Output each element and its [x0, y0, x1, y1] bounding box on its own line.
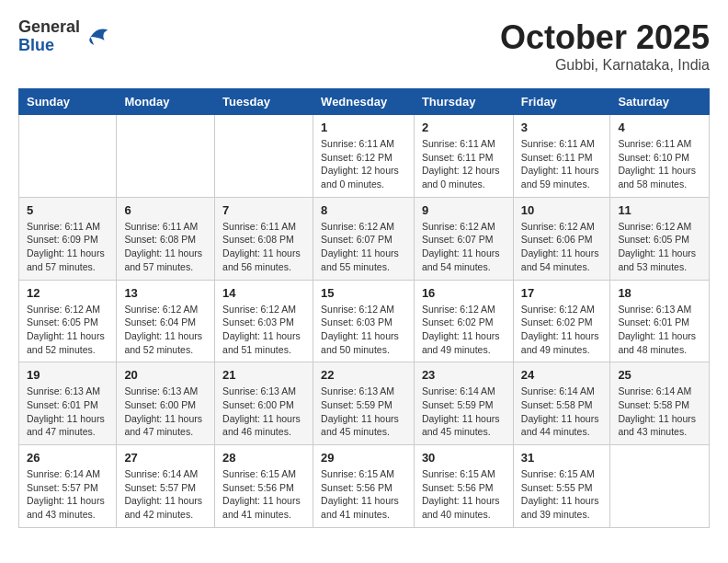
week-row-1: 1Sunrise: 6:11 AM Sunset: 6:12 PM Daylig… — [19, 115, 710, 198]
day-info: Sunrise: 6:14 AM Sunset: 5:58 PM Dayligh… — [618, 385, 701, 439]
day-number: 31 — [521, 451, 603, 465]
calendar-body: 1Sunrise: 6:11 AM Sunset: 6:12 PM Daylig… — [19, 115, 710, 528]
day-info: Sunrise: 6:12 AM Sunset: 6:02 PM Dayligh… — [422, 303, 506, 357]
day-info: Sunrise: 6:12 AM Sunset: 6:05 PM Dayligh… — [618, 220, 701, 274]
calendar-cell: 5Sunrise: 6:11 AM Sunset: 6:09 PM Daylig… — [19, 197, 117, 280]
day-number: 20 — [124, 368, 207, 382]
day-number: 29 — [321, 451, 406, 465]
day-info: Sunrise: 6:15 AM Sunset: 5:55 PM Dayligh… — [521, 467, 603, 522]
day-header-saturday: Saturday — [610, 89, 710, 115]
day-number: 17 — [521, 286, 603, 300]
day-info: Sunrise: 6:14 AM Sunset: 5:59 PM Dayligh… — [422, 385, 506, 439]
day-number: 19 — [27, 368, 108, 382]
location-subtitle: Gubbi, Karnataka, India — [500, 57, 710, 74]
calendar-cell: 10Sunrise: 6:12 AM Sunset: 6:06 PM Dayli… — [513, 197, 610, 280]
day-info: Sunrise: 6:12 AM Sunset: 6:03 PM Dayligh… — [321, 303, 406, 357]
day-header-tuesday: Tuesday — [215, 89, 313, 115]
day-info: Sunrise: 6:12 AM Sunset: 6:07 PM Dayligh… — [321, 220, 406, 274]
logo-blue-text: Blue — [18, 37, 80, 55]
day-number: 14 — [222, 286, 305, 300]
calendar-cell: 4Sunrise: 6:11 AM Sunset: 6:10 PM Daylig… — [610, 115, 710, 198]
day-number: 6 — [124, 203, 207, 217]
day-number: 23 — [422, 368, 506, 382]
day-info: Sunrise: 6:14 AM Sunset: 5:58 PM Dayligh… — [521, 385, 603, 439]
day-info: Sunrise: 6:12 AM Sunset: 6:07 PM Dayligh… — [422, 220, 506, 274]
calendar-cell: 26Sunrise: 6:14 AM Sunset: 5:57 PM Dayli… — [19, 445, 117, 528]
calendar-cell: 19Sunrise: 6:13 AM Sunset: 6:01 PM Dayli… — [19, 362, 117, 445]
day-info: Sunrise: 6:11 AM Sunset: 6:12 PM Dayligh… — [321, 137, 406, 191]
calendar-cell: 23Sunrise: 6:14 AM Sunset: 5:59 PM Dayli… — [414, 362, 513, 445]
day-number: 15 — [321, 286, 406, 300]
calendar-cell: 7Sunrise: 6:11 AM Sunset: 6:08 PM Daylig… — [215, 197, 313, 280]
page-header: General Blue October 2025 Gubbi, Karnata… — [18, 18, 710, 74]
day-info: Sunrise: 6:11 AM Sunset: 6:08 PM Dayligh… — [222, 220, 305, 274]
calendar-cell: 30Sunrise: 6:15 AM Sunset: 5:56 PM Dayli… — [414, 445, 513, 528]
day-info: Sunrise: 6:11 AM Sunset: 6:10 PM Dayligh… — [618, 137, 701, 191]
calendar-cell — [19, 115, 117, 198]
day-info: Sunrise: 6:11 AM Sunset: 6:11 PM Dayligh… — [521, 137, 603, 191]
day-number: 16 — [422, 286, 506, 300]
header-row: SundayMondayTuesdayWednesdayThursdayFrid… — [19, 89, 710, 115]
day-info: Sunrise: 6:15 AM Sunset: 5:56 PM Dayligh… — [222, 467, 305, 522]
title-area: October 2025 Gubbi, Karnataka, India — [500, 18, 710, 74]
day-info: Sunrise: 6:13 AM Sunset: 6:01 PM Dayligh… — [27, 385, 108, 439]
week-row-4: 19Sunrise: 6:13 AM Sunset: 6:01 PM Dayli… — [19, 362, 710, 445]
day-number: 7 — [222, 203, 305, 217]
day-number: 24 — [521, 368, 603, 382]
day-info: Sunrise: 6:13 AM Sunset: 6:00 PM Dayligh… — [124, 385, 207, 439]
day-number: 13 — [124, 286, 207, 300]
day-header-friday: Friday — [513, 89, 610, 115]
day-info: Sunrise: 6:12 AM Sunset: 6:06 PM Dayligh… — [521, 220, 603, 274]
day-info: Sunrise: 6:15 AM Sunset: 5:56 PM Dayligh… — [321, 467, 406, 522]
day-number: 27 — [124, 451, 207, 465]
calendar-cell — [117, 115, 215, 198]
calendar-cell: 1Sunrise: 6:11 AM Sunset: 6:12 PM Daylig… — [313, 115, 415, 198]
day-number: 4 — [618, 121, 701, 134]
day-number: 10 — [521, 203, 603, 217]
day-number: 2 — [422, 121, 506, 134]
day-info: Sunrise: 6:12 AM Sunset: 6:03 PM Dayligh… — [222, 303, 305, 357]
calendar-cell — [215, 115, 313, 198]
calendar-cell: 15Sunrise: 6:12 AM Sunset: 6:03 PM Dayli… — [313, 280, 415, 362]
day-info: Sunrise: 6:14 AM Sunset: 5:57 PM Dayligh… — [27, 467, 108, 522]
calendar-cell: 20Sunrise: 6:13 AM Sunset: 6:00 PM Dayli… — [117, 362, 215, 445]
day-number: 22 — [321, 368, 406, 382]
calendar-cell: 18Sunrise: 6:13 AM Sunset: 6:01 PM Dayli… — [610, 280, 710, 362]
day-number: 9 — [422, 203, 506, 217]
day-number: 21 — [222, 368, 305, 382]
month-title: October 2025 — [500, 18, 710, 57]
day-info: Sunrise: 6:15 AM Sunset: 5:56 PM Dayligh… — [422, 467, 506, 522]
calendar-cell: 22Sunrise: 6:13 AM Sunset: 5:59 PM Dayli… — [313, 362, 415, 445]
day-number: 25 — [618, 368, 701, 382]
day-header-thursday: Thursday — [414, 89, 513, 115]
logo-general-text: General — [18, 18, 80, 37]
week-row-5: 26Sunrise: 6:14 AM Sunset: 5:57 PM Dayli… — [19, 445, 710, 528]
day-header-monday: Monday — [117, 89, 215, 115]
logo: General Blue — [18, 18, 111, 55]
calendar-cell: 11Sunrise: 6:12 AM Sunset: 6:05 PM Dayli… — [610, 197, 710, 280]
calendar-cell: 27Sunrise: 6:14 AM Sunset: 5:57 PM Dayli… — [117, 445, 215, 528]
day-number: 18 — [618, 286, 701, 300]
calendar-cell: 8Sunrise: 6:12 AM Sunset: 6:07 PM Daylig… — [313, 197, 415, 280]
week-row-3: 12Sunrise: 6:12 AM Sunset: 6:05 PM Dayli… — [19, 280, 710, 362]
day-info: Sunrise: 6:11 AM Sunset: 6:08 PM Dayligh… — [124, 220, 207, 274]
calendar-cell: 12Sunrise: 6:12 AM Sunset: 6:05 PM Dayli… — [19, 280, 117, 362]
day-header-wednesday: Wednesday — [313, 89, 415, 115]
day-header-sunday: Sunday — [19, 89, 117, 115]
calendar-cell: 6Sunrise: 6:11 AM Sunset: 6:08 PM Daylig… — [117, 197, 215, 280]
day-info: Sunrise: 6:12 AM Sunset: 6:02 PM Dayligh… — [521, 303, 603, 357]
day-number: 30 — [422, 451, 506, 465]
day-info: Sunrise: 6:12 AM Sunset: 6:05 PM Dayligh… — [27, 303, 108, 357]
calendar-cell — [610, 445, 710, 528]
calendar-cell: 28Sunrise: 6:15 AM Sunset: 5:56 PM Dayli… — [215, 445, 313, 528]
day-number: 5 — [27, 203, 108, 217]
logo-bird-icon — [84, 23, 111, 51]
day-number: 11 — [618, 203, 701, 217]
calendar-cell: 14Sunrise: 6:12 AM Sunset: 6:03 PM Dayli… — [215, 280, 313, 362]
calendar-cell: 17Sunrise: 6:12 AM Sunset: 6:02 PM Dayli… — [513, 280, 610, 362]
week-row-2: 5Sunrise: 6:11 AM Sunset: 6:09 PM Daylig… — [19, 197, 710, 280]
calendar-cell: 29Sunrise: 6:15 AM Sunset: 5:56 PM Dayli… — [313, 445, 415, 528]
calendar-cell: 24Sunrise: 6:14 AM Sunset: 5:58 PM Dayli… — [513, 362, 610, 445]
day-info: Sunrise: 6:13 AM Sunset: 6:00 PM Dayligh… — [222, 385, 305, 439]
day-info: Sunrise: 6:11 AM Sunset: 6:09 PM Dayligh… — [27, 220, 108, 274]
